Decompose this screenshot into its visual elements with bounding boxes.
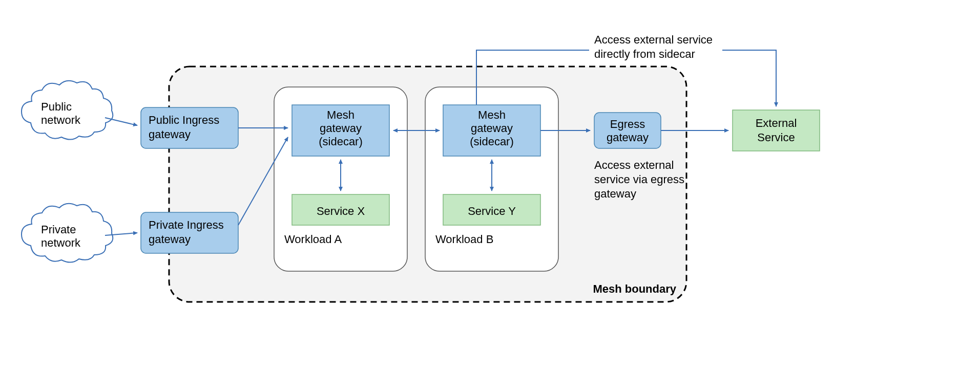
service-x-label: Service X xyxy=(317,205,365,217)
mesh-gateway-a-line1: Mesh xyxy=(327,108,355,121)
public-ingress-label-2: gateway xyxy=(149,128,191,141)
private-network-label-1: Private xyxy=(41,223,76,236)
mesh-gateway-b-line3: (sidecar) xyxy=(470,135,514,148)
public-ingress-label-1: Public Ingress xyxy=(149,114,219,126)
private-ingress-label-2: gateway xyxy=(149,233,191,246)
mesh-gateway-b-line2: gateway xyxy=(471,122,513,135)
public-network-label-1: Public xyxy=(41,100,72,113)
public-network-cloud: Public network xyxy=(22,81,113,140)
mesh-boundary-label: Mesh boundary xyxy=(593,282,676,295)
external-service xyxy=(733,110,820,151)
egress-label-1: Egress xyxy=(610,118,645,130)
annotation-via-3: gateway xyxy=(594,187,636,200)
annotation-via-1: Access external xyxy=(594,159,674,171)
public-network-label-2: network xyxy=(41,114,81,126)
arrow-public-to-ingress xyxy=(105,118,137,125)
annotation-direct-2: directly from sidecar xyxy=(594,48,695,60)
private-network-cloud: Private network xyxy=(22,204,113,262)
mesh-gateway-a-line3: (sidecar) xyxy=(319,135,363,148)
egress-label-2: gateway xyxy=(607,131,649,144)
external-label-2: Service xyxy=(757,131,795,144)
mesh-gateway-b-line1: Mesh xyxy=(478,108,506,121)
private-ingress-label-1: Private Ingress xyxy=(149,218,224,231)
annotation-via-2: service via egress xyxy=(594,173,684,186)
private-network-label-2: network xyxy=(41,236,81,249)
workload-b-label: Workload B xyxy=(435,233,493,246)
external-label-1: External xyxy=(756,117,797,129)
annotation-direct-1: Access external service xyxy=(594,33,713,46)
mesh-gateway-a-line2: gateway xyxy=(320,122,362,135)
workload-a-label: Workload A xyxy=(284,233,342,246)
service-y-label: Service Y xyxy=(468,205,516,217)
